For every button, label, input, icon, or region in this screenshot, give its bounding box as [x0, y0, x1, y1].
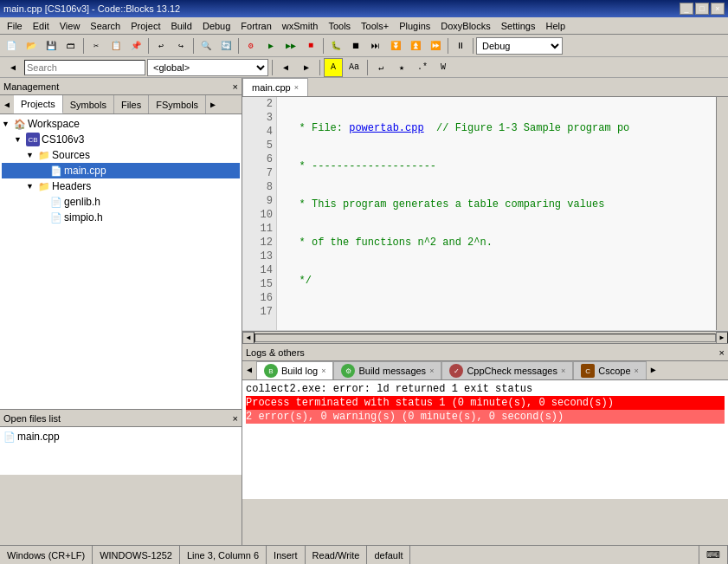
menu-edit[interactable]: Edit: [28, 20, 55, 32]
logs-close-icon[interactable]: ×: [719, 347, 725, 358]
menu-tools[interactable]: Tools: [323, 20, 356, 32]
debug-step-button[interactable]: ⏬: [386, 36, 405, 55]
simpio-file-icon: 📄: [50, 212, 62, 224]
highlight-button[interactable]: A: [324, 58, 343, 77]
save-all-button[interactable]: 🗃: [61, 36, 81, 55]
undo-button[interactable]: ↩: [151, 36, 171, 55]
nav-forward-button[interactable]: ▶: [297, 58, 316, 77]
debug-out-button[interactable]: ⏫: [406, 36, 425, 55]
menu-settings[interactable]: Settings: [496, 20, 541, 32]
menu-project[interactable]: Project: [126, 20, 165, 32]
tab-prev-button[interactable]: ◀: [0, 95, 14, 114]
sources-folder-icon: 📁: [38, 150, 50, 161]
menu-doxyblocks[interactable]: DoxyBlocks: [435, 20, 495, 32]
sources-expand-icon[interactable]: ▼: [26, 151, 38, 159]
tree-simpio-h[interactable]: 📄 simpio.h: [2, 210, 240, 225]
run-button[interactable]: ▶: [261, 36, 280, 55]
cppcheck-close-icon[interactable]: ×: [561, 366, 565, 375]
editor-tab-close-icon[interactable]: ×: [294, 83, 299, 92]
paste-button[interactable]: 📌: [126, 36, 145, 55]
menu-fortran[interactable]: Fortran: [235, 20, 276, 32]
stop-button[interactable]: ■: [301, 36, 320, 55]
regex-button[interactable]: .*: [413, 58, 432, 77]
tab-projects[interactable]: Projects: [14, 95, 63, 113]
minimize-button[interactable]: _: [680, 3, 693, 15]
tree-genlib-h[interactable]: 📄 genlib.h: [2, 194, 240, 210]
build-log-close-icon[interactable]: ×: [321, 366, 325, 375]
project-tree[interactable]: ▼ 🏠 Workspace ▼ CB CS106v3 ▼ 📁 Sources 📄…: [0, 114, 242, 409]
find-button[interactable]: 🔍: [196, 36, 216, 55]
cscope-close-icon[interactable]: ×: [635, 366, 639, 375]
menu-file[interactable]: File: [2, 20, 28, 32]
editor-v-scrollbar[interactable]: [716, 97, 728, 330]
logs-tab-prev[interactable]: ◀: [242, 360, 256, 379]
search-input[interactable]: [24, 60, 145, 75]
logs-tab-cscope[interactable]: C Cscope ×: [573, 361, 647, 379]
copy-button[interactable]: 📋: [106, 36, 126, 55]
tree-project[interactable]: ▼ CB CS106v3: [2, 132, 240, 147]
tree-main-cpp[interactable]: 📄 main.cpp: [2, 163, 240, 178]
management-close-icon[interactable]: ×: [233, 81, 238, 92]
logs-tab-next[interactable]: ▶: [647, 360, 660, 379]
menu-tools-plus[interactable]: Tools+: [356, 20, 394, 32]
tab-next-button[interactable]: ▶: [206, 95, 220, 114]
tree-headers[interactable]: ▼ 📁 Headers: [2, 178, 240, 194]
close-button[interactable]: ×: [711, 3, 725, 15]
tab-fsymbols[interactable]: FSymbols: [149, 95, 206, 113]
h-scroll-track[interactable]: [254, 334, 716, 342]
menu-debug[interactable]: Debug: [197, 20, 235, 32]
cut-button[interactable]: ✂: [87, 36, 106, 55]
h-scroll-right[interactable]: ▶: [716, 332, 728, 344]
tree-workspace[interactable]: ▼ 🏠 Workspace: [2, 116, 240, 132]
whole-word-button[interactable]: W: [434, 58, 453, 77]
menu-bar: File Edit View Search Project Build Debu…: [0, 17, 728, 35]
open-file-item[interactable]: 📄 main.cpp: [2, 429, 240, 444]
window-controls: _ □ ×: [680, 3, 725, 15]
replace-button[interactable]: 🔄: [216, 36, 235, 55]
menu-build[interactable]: Build: [165, 20, 196, 32]
project-expand-icon[interactable]: ▼: [14, 135, 26, 144]
menu-wxsmith[interactable]: wxSmith: [277, 20, 324, 32]
nav-back-button[interactable]: ◀: [276, 58, 295, 77]
tab-files[interactable]: Files: [114, 95, 149, 113]
logs-tab-cppcheck[interactable]: ✓ CppCheck messages ×: [441, 361, 573, 379]
build-run-button[interactable]: ▶▶: [281, 36, 300, 55]
tree-sources[interactable]: ▼ 📁 Sources: [2, 147, 240, 163]
maximize-button[interactable]: □: [695, 3, 709, 15]
build-button[interactable]: ⚙: [242, 36, 261, 55]
redo-button[interactable]: ↪: [171, 36, 190, 55]
code-content[interactable]: * File: powertab.cpp // Figure 1-3 Sampl…: [277, 97, 716, 330]
menu-plugins[interactable]: Plugins: [394, 20, 435, 32]
match-case-button[interactable]: Aa: [345, 58, 364, 77]
headers-expand-icon[interactable]: ▼: [26, 182, 38, 191]
open-files-title: Open files list: [3, 413, 61, 424]
save-button[interactable]: 💾: [42, 36, 61, 55]
editor-tab-main-cpp[interactable]: main.cpp ×: [242, 78, 308, 96]
build-messages-close-icon[interactable]: ×: [429, 366, 434, 375]
editor-tabs: main.cpp ×: [242, 78, 728, 97]
menu-help[interactable]: Help: [540, 20, 570, 32]
logs-tab-build-log[interactable]: B Build log ×: [256, 361, 333, 379]
global-scope-dropdown[interactable]: <global>: [147, 59, 268, 76]
menu-view[interactable]: View: [55, 20, 86, 32]
h-scroll-left[interactable]: ◀: [242, 332, 254, 344]
bookmark-toggle[interactable]: ★: [392, 58, 411, 77]
tab-symbols[interactable]: Symbols: [63, 95, 114, 113]
logs-header: Logs & others ×: [242, 344, 728, 361]
build-config-dropdown[interactable]: Debug Release: [476, 37, 563, 55]
debug-stop-button[interactable]: ⏹: [346, 36, 365, 55]
debug-run-to-button[interactable]: ⏩: [426, 36, 445, 55]
editor-h-scrollbar[interactable]: ◀ ▶: [242, 331, 728, 343]
open-files-close-icon[interactable]: ×: [233, 413, 238, 424]
menu-search[interactable]: Search: [85, 20, 126, 32]
logs-tab-build-messages[interactable]: ⚙ Build messages ×: [333, 361, 441, 379]
debug-next-button[interactable]: ⏭: [366, 36, 385, 55]
toolbar-separator-2: [148, 38, 149, 54]
open-button[interactable]: 📂: [22, 36, 41, 55]
word-wrap-button[interactable]: ↵: [371, 58, 390, 77]
workspace-expand-icon[interactable]: ▼: [2, 120, 14, 128]
pause-button[interactable]: ⏸: [451, 36, 470, 55]
new-button[interactable]: 📄: [2, 36, 21, 55]
debug-button[interactable]: 🐛: [326, 36, 345, 55]
search-prev-button[interactable]: ◀: [3, 58, 23, 77]
